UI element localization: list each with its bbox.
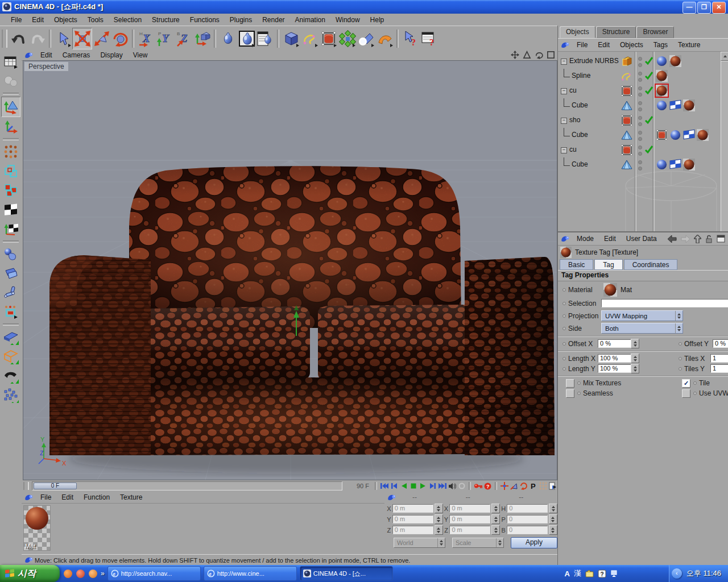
object-row[interactable]: Cube — [558, 157, 718, 172]
object-row[interactable]: − cu — [558, 84, 718, 98]
task-button-browser-1[interactable]: e http://search.nav... — [107, 566, 201, 581]
play-backwards-button[interactable] — [399, 481, 408, 490]
keyframe-help-button[interactable]: ? — [483, 481, 493, 490]
key-position-button[interactable] — [499, 481, 509, 490]
coordinate-system-toggle[interactable] — [193, 28, 212, 49]
materials-menu-file[interactable]: File — [36, 493, 56, 502]
uvw-tag-icon[interactable] — [669, 99, 681, 111]
apply-button[interactable]: Apply — [511, 537, 557, 548]
spline-object-icon[interactable] — [621, 70, 633, 82]
previous-frame-button[interactable] — [389, 481, 399, 490]
up-icon[interactable] — [694, 235, 701, 243]
pos-x-spinner[interactable] — [435, 504, 443, 513]
object-tree-vscrollbar[interactable] — [721, 52, 728, 231]
length-x-field[interactable]: 100 % — [598, 354, 632, 363]
timeline-track[interactable]: 0 F — [32, 481, 342, 490]
tile-checkbox[interactable]: ✓ — [682, 379, 690, 388]
help-palette-button[interactable]: ? — [420, 28, 439, 49]
lock-icon[interactable] — [705, 235, 713, 243]
pos-y-spinner[interactable] — [435, 514, 443, 524]
edges-mode-button[interactable] — [2, 161, 20, 181]
object-row[interactable]: Cube — [558, 128, 718, 143]
tab-browser[interactable]: Browser — [636, 26, 674, 38]
phong-tag-icon[interactable] — [656, 99, 668, 111]
pan-view-icon[interactable] — [511, 51, 519, 59]
pos-y-field[interactable]: 0 m — [392, 515, 433, 523]
taskbar-clock[interactable]: 오후 11:46 — [686, 568, 721, 579]
key-scale-button[interactable] — [509, 481, 519, 490]
size-y-spinner[interactable] — [491, 514, 500, 524]
uv-mode-button[interactable] — [2, 264, 20, 283]
phong-tag-icon[interactable] — [656, 159, 668, 171]
sound-button[interactable] — [447, 481, 457, 490]
length-x-spinner[interactable] — [631, 354, 639, 363]
back-icon[interactable] — [668, 235, 677, 243]
rot-b-spinner[interactable] — [549, 525, 557, 535]
coords-mode-dropdown[interactable]: World — [394, 538, 445, 548]
polygon-object-icon[interactable] — [621, 129, 633, 142]
enabled-check-icon[interactable] — [644, 115, 653, 124]
lock-toggle[interactable] — [2, 366, 20, 385]
size-x-spinner[interactable] — [491, 504, 500, 513]
objects-menu-objects[interactable]: Objects — [615, 40, 648, 49]
key-parameter-button[interactable]: P — [528, 481, 538, 490]
axis-tool[interactable] — [2, 117, 20, 136]
autokey-button[interactable] — [473, 481, 483, 490]
materials-menu-function[interactable]: Function — [79, 493, 114, 502]
lock-y-axis[interactable]: P Y — [155, 28, 174, 49]
scroll-up-button[interactable] — [721, 52, 728, 61]
menu-file[interactable]: File — [6, 15, 27, 25]
phong-tag-icon[interactable] — [656, 55, 668, 67]
viewport-menu-view[interactable]: View — [129, 51, 152, 60]
material-tag-icon[interactable] — [683, 159, 695, 171]
zoom-view-icon[interactable] — [523, 51, 531, 59]
key-doc-button[interactable] — [548, 481, 557, 490]
objects-menu-edit[interactable]: Edit — [593, 40, 614, 49]
start-button[interactable]: 시작 — [0, 565, 60, 582]
tab-tag[interactable]: Tag — [594, 259, 622, 270]
move-tool[interactable] — [72, 28, 92, 49]
particles-toggle[interactable] — [2, 385, 20, 405]
menu-structure[interactable]: Structure — [147, 15, 185, 25]
tab-objects[interactable]: Objects — [560, 26, 595, 38]
object-row[interactable]: − Extrude NURBS — [558, 54, 718, 69]
minimize-button[interactable]: — — [682, 2, 696, 14]
deformer-menu[interactable] — [375, 28, 394, 49]
object-name[interactable]: sho — [569, 116, 580, 124]
collapse-icon[interactable]: − — [561, 147, 567, 153]
polygons-mode-button[interactable] — [2, 181, 20, 200]
ime-hanja-indicator[interactable]: 漢 — [574, 568, 581, 579]
pos-x-field[interactable]: 0 m — [392, 504, 433, 513]
point-edit-mode-button[interactable] — [2, 302, 20, 322]
enabled-check-icon[interactable] — [644, 71, 653, 80]
menu-edit[interactable]: Edit — [27, 15, 49, 25]
help-pointer-button[interactable]: ? — [401, 28, 420, 49]
menu-render[interactable]: Render — [257, 15, 289, 25]
object-row[interactable]: − cu — [558, 143, 718, 157]
material-tag-icon[interactable] — [656, 70, 668, 82]
toolbar-grip[interactable] — [2, 30, 7, 48]
section-tag-properties[interactable]: Tag Properties — [558, 270, 728, 281]
extrude-nurbs-icon[interactable] — [621, 55, 633, 68]
menu-window[interactable]: Window — [330, 15, 365, 25]
object-name[interactable]: Cube — [572, 160, 588, 168]
visibility-dots[interactable] — [638, 72, 642, 82]
object-name[interactable]: Spline — [572, 72, 590, 80]
model-mode-button[interactable] — [2, 244, 20, 264]
ime-pad-icon[interactable] — [585, 569, 594, 578]
current-frame-slider[interactable]: 0 F — [34, 483, 77, 489]
material-tag-icon[interactable] — [683, 99, 695, 111]
primitives-menu[interactable] — [282, 28, 300, 49]
length-y-field[interactable]: 100 % — [598, 364, 632, 373]
menu-plugins[interactable]: Plugins — [225, 15, 257, 25]
rotate-tool[interactable] — [111, 28, 130, 49]
object-row[interactable]: − sho — [558, 113, 718, 128]
uvw-tag-icon[interactable] — [669, 159, 681, 171]
hypernurbs-icon[interactable] — [621, 144, 633, 156]
size-z-field[interactable]: 0 m — [449, 526, 490, 534]
object-row[interactable]: Cube — [558, 98, 718, 113]
visibility-dots[interactable] — [638, 131, 642, 141]
scale-tool[interactable] — [92, 28, 111, 49]
viewport-menu-display[interactable]: Display — [96, 51, 127, 60]
rot-p-field[interactable]: 0 — [507, 515, 548, 523]
